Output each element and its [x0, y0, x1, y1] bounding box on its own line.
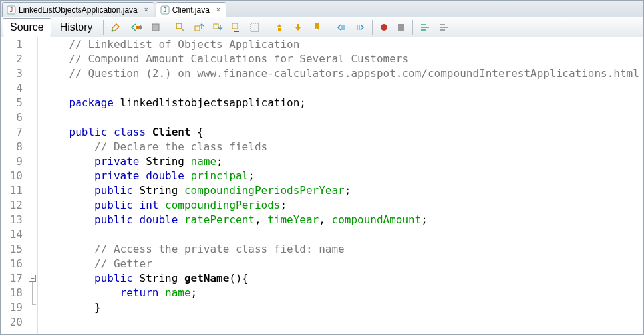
- svg-rect-8: [195, 26, 200, 31]
- toolbar-separator: [329, 20, 329, 35]
- navigate-forward-icon[interactable]: [147, 19, 164, 35]
- line-number: 11: [1, 183, 23, 198]
- start-macro-icon[interactable]: [376, 19, 392, 35]
- line-number: 18: [1, 286, 23, 300]
- line-number: 19: [1, 300, 23, 315]
- code-line[interactable]: // Compound Amount Calculations for Seve…: [43, 52, 643, 66]
- file-tab-label: Client.java: [172, 5, 210, 15]
- close-icon[interactable]: ×: [215, 7, 222, 13]
- file-tab-client[interactable]: J Client.java ×: [156, 2, 226, 17]
- code-line[interactable]: // Getter: [43, 257, 643, 271]
- svg-rect-10: [232, 23, 238, 29]
- svg-rect-12: [278, 28, 281, 31]
- fold-toggle-icon[interactable]: −: [29, 275, 36, 282]
- line-number-gutter: 1234567891011121314151617181920: [1, 37, 27, 334]
- toolbar-separator: [103, 20, 104, 35]
- code-line[interactable]: package linkedlistobjectsapplication;: [43, 96, 643, 110]
- line-number: 14: [1, 227, 23, 242]
- toolbar-separator: [372, 20, 373, 35]
- line-number: 1: [1, 37, 23, 52]
- fold-guide: [32, 282, 33, 304]
- toggle-bookmark-icon[interactable]: [308, 19, 325, 35]
- code-line[interactable]: [43, 315, 643, 330]
- code-line[interactable]: [43, 110, 643, 125]
- code-line[interactable]: public double ratePercent, timeYear, com…: [43, 213, 643, 227]
- ide-editor-pane: J LinkedListObjectsApplication.java × J …: [0, 0, 644, 335]
- java-file-icon: J: [160, 5, 170, 15]
- code-line[interactable]: // LinkedList of Objects Application: [43, 37, 643, 52]
- svg-rect-16: [398, 24, 404, 31]
- code-line[interactable]: }: [43, 300, 643, 315]
- code-editor[interactable]: 1234567891011121314151617181920 − // Lin…: [1, 37, 643, 334]
- code-line[interactable]: // Declare the class fields: [43, 140, 643, 154]
- line-number: 9: [1, 154, 23, 169]
- editor-toolbar: Source History: [1, 17, 643, 37]
- line-number: 4: [1, 81, 23, 96]
- shift-right-icon[interactable]: [351, 19, 369, 35]
- code-line[interactable]: private double principal;: [43, 169, 643, 183]
- fold-guide-end: [32, 304, 36, 305]
- svg-rect-11: [251, 23, 259, 31]
- uncomment-icon[interactable]: [435, 19, 452, 35]
- code-line[interactable]: // Access the private class field: name: [43, 242, 643, 257]
- line-number: 16: [1, 257, 23, 271]
- source-view-button[interactable]: Source: [3, 18, 51, 37]
- code-line[interactable]: private String name;: [43, 154, 643, 169]
- last-edit-icon[interactable]: [107, 19, 124, 35]
- svg-rect-7: [176, 23, 182, 29]
- code-line[interactable]: public String getName(){: [43, 271, 643, 286]
- code-line[interactable]: public class Client {: [43, 125, 643, 140]
- svg-text:J: J: [9, 7, 13, 13]
- line-number: 6: [1, 110, 23, 125]
- code-line[interactable]: public int compoundingPeriods;: [43, 198, 643, 213]
- line-number: 3: [1, 66, 23, 81]
- find-previous-icon[interactable]: [190, 19, 208, 35]
- line-number: 17: [1, 271, 23, 286]
- line-number: 2: [1, 52, 23, 66]
- toolbar-separator: [412, 20, 413, 35]
- code-line[interactable]: [43, 227, 643, 242]
- line-number: 13: [1, 213, 23, 227]
- code-line[interactable]: public String compoundingPeriodsPerYear;: [43, 183, 643, 198]
- prev-bookmark-icon[interactable]: [271, 19, 288, 35]
- svg-rect-13: [297, 24, 299, 27]
- fold-column: −: [27, 37, 38, 334]
- svg-point-4: [112, 29, 114, 31]
- file-tab-label: LinkedListObjectsApplication.java: [19, 5, 138, 15]
- svg-rect-5: [136, 26, 140, 29]
- line-number: 20: [1, 315, 23, 330]
- toolbar-separator: [168, 20, 168, 35]
- svg-point-15: [381, 24, 387, 31]
- code-area[interactable]: // LinkedList of Objects Application // …: [38, 37, 643, 334]
- comment-icon[interactable]: [416, 19, 434, 35]
- find-next-icon[interactable]: [209, 19, 226, 35]
- code-line[interactable]: [43, 81, 643, 96]
- file-tab-bar: J LinkedListObjectsApplication.java × J …: [1, 1, 643, 17]
- toolbar-separator: [267, 20, 267, 35]
- code-line[interactable]: // Question (2.) on www.finance-calculat…: [43, 66, 643, 81]
- java-file-icon: J: [7, 5, 16, 15]
- stop-macro-icon[interactable]: [393, 19, 409, 35]
- line-number: 10: [1, 169, 23, 183]
- shift-left-icon[interactable]: [333, 19, 350, 35]
- history-view-button[interactable]: History: [53, 18, 100, 37]
- line-number: 5: [1, 96, 23, 110]
- svg-rect-6: [152, 24, 159, 31]
- line-number: 15: [1, 242, 23, 257]
- svg-text:J: J: [163, 7, 166, 13]
- line-number: 7: [1, 125, 23, 140]
- toggle-highlight-icon[interactable]: [228, 19, 245, 35]
- code-line[interactable]: return name;: [43, 286, 643, 300]
- line-number: 12: [1, 198, 23, 213]
- file-tab-linkedlistobjectsapplication[interactable]: J LinkedListObjectsApplication.java ×: [2, 2, 154, 17]
- close-icon[interactable]: ×: [143, 7, 150, 13]
- find-selection-icon[interactable]: [172, 19, 189, 35]
- line-number: 8: [1, 140, 23, 154]
- navigate-back-icon[interactable]: [126, 19, 146, 35]
- next-bookmark-icon[interactable]: [289, 19, 307, 35]
- svg-rect-9: [214, 24, 218, 29]
- toggle-rectangular-icon[interactable]: [246, 19, 263, 35]
